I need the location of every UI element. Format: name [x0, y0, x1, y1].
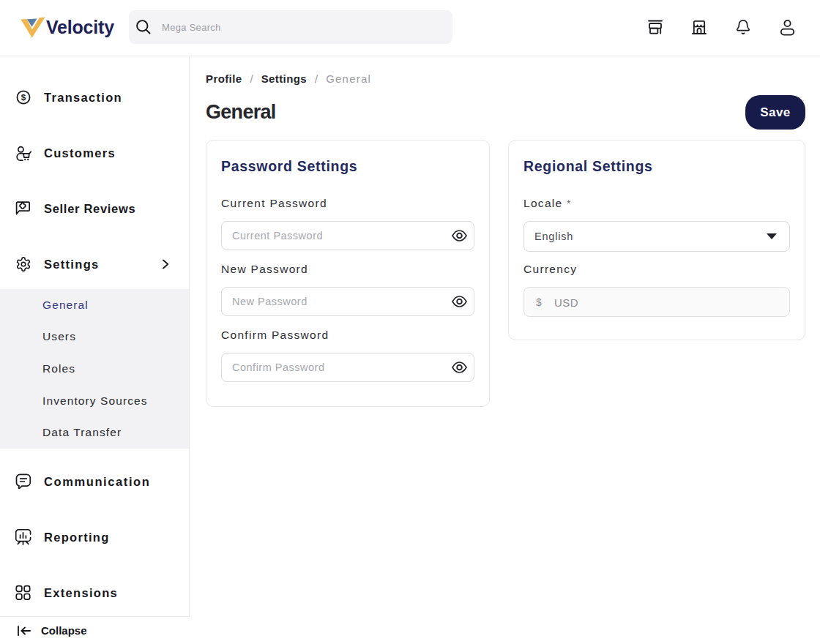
- svg-text:$: $: [21, 93, 26, 102]
